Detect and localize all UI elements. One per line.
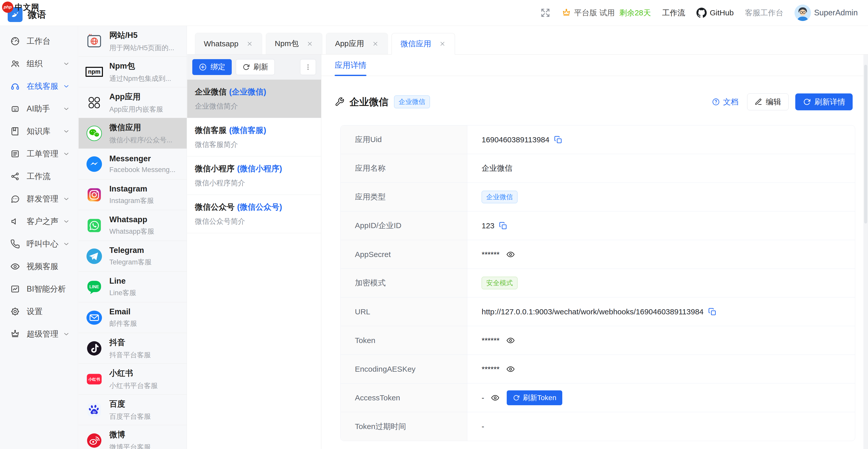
- tab-app[interactable]: App应用: [326, 33, 388, 54]
- eye-icon[interactable]: [506, 250, 515, 259]
- eye-icon: [10, 262, 20, 271]
- table-row: 应用类型 企业微信: [341, 183, 855, 212]
- close-icon[interactable]: [306, 40, 313, 47]
- pencil-icon: [754, 98, 762, 106]
- more-actions-button[interactable]: [300, 59, 316, 75]
- channel-item-email[interactable]: Email邮件客服: [79, 302, 187, 333]
- appid-value: 123: [482, 221, 494, 230]
- nav-github[interactable]: GitHub: [696, 8, 734, 18]
- site-watermark: php 中文网: [2, 2, 39, 13]
- plan-badge[interactable]: 平台版 试用 剩余28天: [562, 8, 651, 18]
- eye-icon[interactable]: [491, 393, 500, 402]
- bind-button[interactable]: 绑定: [192, 59, 232, 75]
- tab-app-detail[interactable]: 应用详情: [335, 55, 366, 76]
- instagram-icon: [86, 186, 103, 203]
- channel-item-xiaohongshu[interactable]: 小红书 小红书小红书平台客服: [79, 364, 187, 394]
- app-item-miniprogram[interactable]: 微信小程序(微信小程序) 微信小程序简介: [187, 156, 321, 195]
- chart-icon: [10, 284, 20, 294]
- table-row: 应用名称 企业微信: [341, 154, 855, 183]
- user-menu[interactable]: SuperAdmin: [795, 5, 858, 21]
- whatsapp-icon: [86, 217, 103, 234]
- chevron-down-icon: [63, 240, 70, 248]
- refresh-token-button[interactable]: 刷新Token: [507, 390, 562, 405]
- php-logo-icon: php: [2, 2, 13, 13]
- copy-icon[interactable]: [554, 136, 562, 144]
- line-icon: LINE: [86, 279, 103, 295]
- sidebar-item-organization[interactable]: 组织: [0, 53, 78, 75]
- edit-button[interactable]: 编辑: [747, 93, 788, 110]
- scrollbar-thumb[interactable]: [864, 65, 867, 223]
- sidebar-item-ai-assistant[interactable]: AI助手: [0, 98, 78, 120]
- tab-npm[interactable]: Npm包: [266, 33, 322, 54]
- sidebar-item-workflow[interactable]: 工作流: [0, 165, 78, 188]
- sidebar-item-knowledge-base[interactable]: 知识库: [0, 120, 78, 142]
- weibo-icon: [86, 432, 103, 449]
- chat-dots-icon: [10, 194, 20, 204]
- copy-icon[interactable]: [708, 308, 716, 316]
- eye-icon[interactable]: [506, 336, 515, 345]
- channel-item-website[interactable]: 网站/H5用于网站/H5页面的...: [79, 26, 187, 57]
- app-secret-masked: ******: [482, 250, 500, 259]
- table-row: Token ******: [341, 326, 855, 355]
- sidebar-item-voice-of-customer[interactable]: 客户之声: [0, 210, 78, 233]
- scrollbar[interactable]: [863, 55, 868, 449]
- table-row: URL http://127.0.0.1:9003/wechat/work/we…: [341, 297, 855, 326]
- nav-workbench[interactable]: 客服工作台: [745, 8, 783, 18]
- chevron-down-icon: [63, 128, 70, 135]
- close-icon[interactable]: [246, 40, 253, 47]
- avatar: [795, 5, 811, 21]
- sidebar-item-workbench[interactable]: 工作台: [0, 30, 78, 53]
- app-title: 企业微信: [349, 95, 389, 108]
- sidebar-item-online-service[interactable]: 在线客服: [0, 75, 78, 98]
- telegram-icon: [86, 248, 103, 265]
- app-item-work-wechat[interactable]: 企业微信(企业微信) 企业微信简介: [187, 79, 321, 118]
- channel-item-douyin[interactable]: 抖音抖音平台客服: [79, 333, 187, 364]
- share-nodes-icon: [10, 171, 20, 181]
- channel-item-telegram[interactable]: TelegramTelegram客服: [79, 241, 187, 271]
- website-icon: [86, 33, 103, 50]
- main-sidebar: 工作台 组织 在线客服 AI助手 知识库 工单管理 工作流 群发管理 客户之声: [0, 26, 79, 449]
- app-type-badge: 企业微信: [394, 95, 430, 108]
- close-icon[interactable]: [439, 40, 446, 47]
- table-row: AccessToken - 刷新Token: [341, 383, 855, 412]
- app-item-official-account[interactable]: 微信公众号(微信公众号) 微信公众号简介: [187, 195, 321, 233]
- plus-circle-icon: [199, 63, 207, 71]
- tab-wechat[interactable]: 微信应用: [392, 33, 455, 55]
- copy-icon[interactable]: [499, 222, 507, 230]
- nav-workflow[interactable]: 工作流: [662, 8, 685, 18]
- channel-item-line[interactable]: LINE LineLine客服: [79, 271, 187, 302]
- refresh-detail-button[interactable]: 刷新详情: [795, 93, 852, 110]
- app-clover-icon: [86, 94, 103, 111]
- eye-icon[interactable]: [506, 365, 515, 374]
- doc-link[interactable]: 文档: [712, 97, 738, 107]
- sidebar-item-ticket-management[interactable]: 工单管理: [0, 142, 78, 165]
- npm-icon: npm: [86, 63, 103, 81]
- token-masked: ******: [482, 336, 500, 345]
- sidebar-item-bi-analytics[interactable]: BI智能分析: [0, 278, 78, 300]
- open-tabs-bar: Whatsapp Npm包 App应用 微信应用: [187, 26, 868, 55]
- sidebar-item-video-service[interactable]: 视频客服: [0, 255, 78, 278]
- channel-item-app[interactable]: App应用App应用内嵌客服: [79, 87, 187, 118]
- app-item-wechat-service[interactable]: 微信客服(微信客服) 微信客服简介: [187, 118, 321, 156]
- messenger-icon: [86, 156, 103, 172]
- channel-item-whatsapp[interactable]: WhatsappWhatsapp客服: [79, 210, 187, 241]
- sidebar-item-broadcast[interactable]: 群发管理: [0, 188, 78, 210]
- tab-whatsapp[interactable]: Whatsapp: [195, 33, 262, 54]
- dashboard-icon: [10, 36, 20, 46]
- detail-tabs: 应用详情: [321, 55, 868, 76]
- channel-item-npm[interactable]: npm Npm包通过Npm包集成到...: [79, 57, 187, 87]
- fullscreen-button[interactable]: [540, 8, 551, 18]
- sidebar-item-call-center[interactable]: 呼叫中心: [0, 233, 78, 255]
- channel-item-instagram[interactable]: InstagramInstagram客服: [79, 180, 187, 210]
- channel-item-wechat[interactable]: 微信应用微信小程序/公众号...: [79, 118, 187, 149]
- table-row: 应用Uid 1690460389113984: [341, 125, 855, 154]
- close-icon[interactable]: [372, 40, 379, 47]
- channel-item-messenger[interactable]: MessengerFacebook Messeng...: [79, 149, 187, 180]
- sidebar-item-super-admin[interactable]: 超级管理: [0, 323, 78, 345]
- channel-item-weibo[interactable]: 微博微博平台客服: [79, 425, 187, 449]
- refresh-list-button[interactable]: 刷新: [236, 59, 275, 75]
- gear-icon: [10, 307, 20, 316]
- app-list-toolbar: 绑定 刷新: [187, 55, 321, 79]
- channel-item-baidu[interactable]: du 百度百度平台客服: [79, 394, 187, 425]
- sidebar-item-settings[interactable]: 设置: [0, 300, 78, 323]
